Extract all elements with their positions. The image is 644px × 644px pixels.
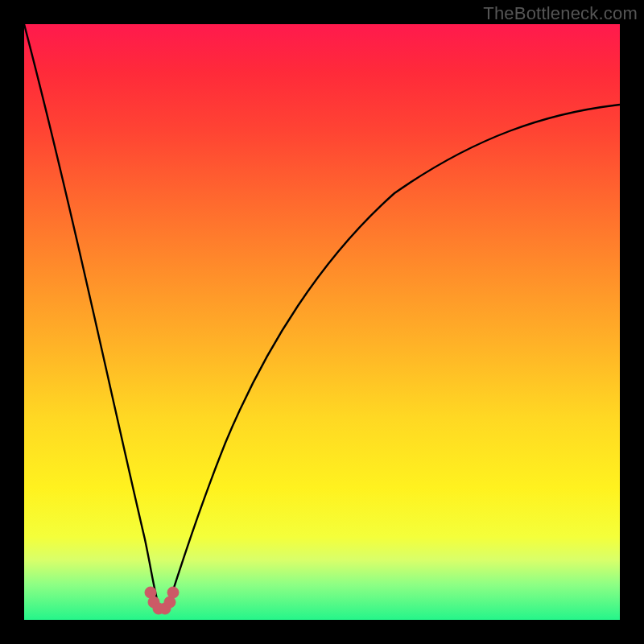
- watermark-text: TheBottleneck.com: [483, 3, 638, 24]
- plot-area: [24, 24, 620, 620]
- svg-point-5: [167, 587, 179, 598]
- bottleneck-curve: [24, 24, 620, 609]
- chart-frame: TheBottleneck.com: [0, 0, 644, 644]
- highlight-dots: [145, 587, 179, 614]
- curve-svg: [24, 24, 620, 620]
